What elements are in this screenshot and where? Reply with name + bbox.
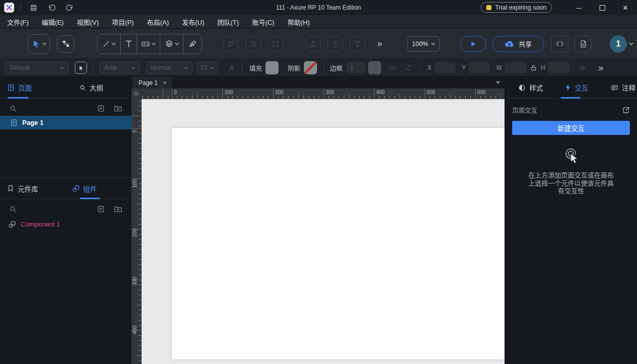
chevron-down-icon xyxy=(431,42,435,46)
chevron-down-icon xyxy=(210,67,214,70)
text-tool-button[interactable] xyxy=(121,34,137,54)
font-family-dropdown[interactable]: Arial xyxy=(100,62,140,74)
h-field[interactable] xyxy=(548,62,569,73)
new-interaction-button[interactable]: 新建交互 xyxy=(512,121,630,135)
border-width-field[interactable]: 1 xyxy=(346,62,366,73)
undo-button[interactable] xyxy=(45,2,58,13)
connector-tool-button[interactable] xyxy=(57,35,74,53)
add-component-icon[interactable] xyxy=(97,205,105,213)
widget-tool-group xyxy=(97,34,202,54)
add-folder-icon[interactable] xyxy=(114,105,122,112)
y-field[interactable] xyxy=(469,62,490,73)
style-preset-dropdown[interactable]: Default xyxy=(5,62,69,74)
search-icon[interactable] xyxy=(9,205,17,213)
text-field-tool-button[interactable] xyxy=(137,34,160,54)
menu-item-publish[interactable]: 发布(U) xyxy=(182,17,204,27)
tab-notes[interactable]: 注释 xyxy=(611,82,635,93)
send-backward-button[interactable] xyxy=(350,36,365,52)
menu-item-edit[interactable]: 编辑(E) xyxy=(42,17,64,27)
transform-points-button[interactable] xyxy=(268,36,283,52)
aspect-lock-icon[interactable] xyxy=(530,64,537,71)
close-tab-icon[interactable]: × xyxy=(163,79,167,86)
redo-button[interactable] xyxy=(63,2,76,13)
page-list-item[interactable]: Page 1 xyxy=(0,116,131,129)
menu-item-help[interactable]: 帮助(H) xyxy=(288,17,310,27)
menu-item-team[interactable]: 团队(T) xyxy=(217,17,239,27)
save-button[interactable] xyxy=(27,2,40,13)
open-external-icon[interactable] xyxy=(622,106,630,114)
tab-outline[interactable]: 大纲 xyxy=(78,82,103,93)
add-page-icon[interactable] xyxy=(97,105,105,112)
chevron-down-icon xyxy=(175,42,179,46)
component-item-label: Component 1 xyxy=(21,220,60,228)
tab-pages[interactable]: 页面 xyxy=(7,82,32,93)
save-icon xyxy=(30,4,37,12)
tab-list-dropdown-icon[interactable] xyxy=(495,81,500,84)
selection-tool-button[interactable] xyxy=(28,34,50,54)
preview-button[interactable] xyxy=(460,36,486,52)
shadow-swatch[interactable] xyxy=(304,61,317,74)
menu-item-file[interactable]: 文件(F) xyxy=(7,17,29,27)
minimize-button[interactable]: — xyxy=(567,0,590,15)
bring-forward-button[interactable] xyxy=(305,36,321,52)
document-button[interactable] xyxy=(574,35,592,53)
inspector-panel: 样式 交互 注释 页面交互 新建交互 xyxy=(505,77,637,364)
components-panel-header: 元件库 组件 xyxy=(0,177,131,199)
axure-logo[interactable] xyxy=(4,3,14,13)
shapes-tool-button[interactable] xyxy=(160,34,184,54)
format-painter-button[interactable] xyxy=(223,36,239,52)
redo-icon xyxy=(66,4,74,12)
search-icon[interactable] xyxy=(9,105,17,112)
tab-interaction[interactable]: 交互 xyxy=(565,82,588,93)
border-color-swatch[interactable] xyxy=(368,61,381,74)
gear-icon xyxy=(133,90,140,97)
toolbar-overflow-button[interactable]: » xyxy=(377,38,382,49)
ruler-label: 600 xyxy=(477,89,486,95)
tab-outline-label: 大纲 xyxy=(89,82,103,93)
visibility-eye-icon[interactable] xyxy=(578,65,587,71)
maximize-button[interactable] xyxy=(590,0,614,15)
menu-item-account[interactable]: 账号(C) xyxy=(252,17,275,27)
manage-styles-button[interactable] xyxy=(75,62,87,74)
border-style-icon[interactable] xyxy=(388,64,397,71)
style-cursor-icon xyxy=(78,65,84,71)
menu-item-view[interactable]: 视图(V) xyxy=(77,17,99,27)
send-backward-icon xyxy=(353,40,361,48)
line-tool-button[interactable] xyxy=(98,34,121,54)
format-divider xyxy=(93,62,94,73)
font-color-button[interactable]: A xyxy=(229,64,234,72)
w-field[interactable] xyxy=(505,62,526,73)
close-button[interactable]: ✕ xyxy=(614,0,637,15)
menu-item-layout[interactable]: 布局(A) xyxy=(147,17,169,27)
canvas-tab-page1[interactable]: Page 1 × xyxy=(132,77,172,88)
add-folder-icon[interactable] xyxy=(114,205,122,213)
font-weight-dropdown[interactable]: Normal xyxy=(146,62,193,74)
minimize-icon: — xyxy=(576,5,582,11)
crop-button[interactable] xyxy=(246,36,261,52)
style-icon xyxy=(518,84,526,92)
axure-x-icon xyxy=(6,4,13,11)
hint-line: 有交互性 xyxy=(505,187,637,195)
account-avatar-menu[interactable]: 1 xyxy=(610,35,633,53)
font-size-dropdown[interactable]: 13 xyxy=(197,62,218,74)
trial-badge[interactable]: Trial expiring soon xyxy=(481,2,552,13)
inspect-code-button[interactable] xyxy=(551,35,568,53)
fill-color-swatch[interactable] xyxy=(265,61,279,74)
design-page[interactable] xyxy=(172,128,505,359)
format-painter-icon xyxy=(227,40,235,48)
tab-library[interactable]: 元件库 xyxy=(7,184,38,194)
pen-tool-button[interactable] xyxy=(184,34,202,54)
share-button[interactable]: 共享 xyxy=(492,36,544,52)
tab-style[interactable]: 样式 xyxy=(518,82,543,93)
component-list-item[interactable]: Component 1 xyxy=(0,217,131,231)
menu-item-project[interactable]: 项目(P) xyxy=(112,17,133,27)
tab-components[interactable]: 组件 xyxy=(72,184,97,194)
format-overflow-button[interactable]: » xyxy=(598,63,603,73)
bring-to-front-button[interactable] xyxy=(328,36,343,52)
cloud-upload-icon xyxy=(505,40,514,48)
comment-icon xyxy=(611,84,618,92)
arrow-style-icon[interactable] xyxy=(404,64,413,71)
zoom-level-dropdown[interactable]: 100% xyxy=(407,36,440,52)
ruler-settings-button[interactable] xyxy=(131,88,142,99)
x-field[interactable] xyxy=(434,62,456,73)
